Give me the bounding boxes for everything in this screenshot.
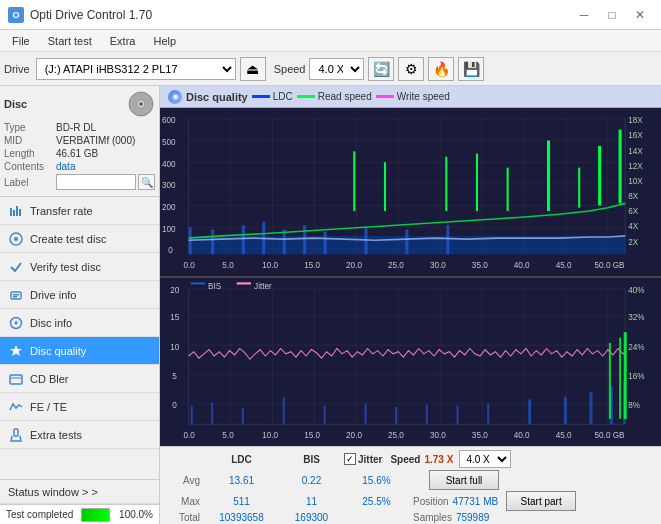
status-window-button[interactable]: Status window > > <box>0 480 159 504</box>
menu-file[interactable]: File <box>4 33 38 49</box>
svg-text:10: 10 <box>170 341 179 351</box>
menu-start-test[interactable]: Start test <box>40 33 100 49</box>
svg-text:12X: 12X <box>628 160 643 170</box>
max-bis: 11 <box>279 496 344 507</box>
settings-button[interactable]: ⚙ <box>398 57 424 81</box>
eject-button[interactable]: ⏏ <box>240 57 266 81</box>
legend-write-speed: Write speed <box>376 91 450 102</box>
speed-dropdown[interactable]: 4.0 X <box>309 58 364 80</box>
svg-rect-115 <box>457 406 459 424</box>
jitter-checkbox[interactable]: ✓ <box>344 453 356 465</box>
nav-disc-info-label: Disc info <box>30 317 72 329</box>
close-button[interactable]: ✕ <box>627 5 653 25</box>
svg-text:8X: 8X <box>628 191 638 201</box>
upper-chart-svg: 600 500 400 300 200 100 0 18X 16X 14X 12… <box>160 108 661 276</box>
svg-rect-10 <box>13 294 19 296</box>
contents-label: Contents <box>4 161 56 172</box>
svg-text:400: 400 <box>162 158 176 168</box>
speed-label: Speed <box>274 63 306 75</box>
save-button[interactable]: 💾 <box>458 57 484 81</box>
menu-extra[interactable]: Extra <box>102 33 144 49</box>
nav-transfer-rate[interactable]: Transfer rate <box>0 197 159 225</box>
svg-rect-6 <box>19 209 21 216</box>
nav-transfer-rate-label: Transfer rate <box>30 205 93 217</box>
bis-header: BIS <box>279 454 344 465</box>
svg-text:10X: 10X <box>628 176 643 186</box>
legend-write-speed-label: Write speed <box>397 91 450 102</box>
chart-panel: ◉ Disc quality LDC Read speed Write spee… <box>160 86 661 524</box>
label-input[interactable] <box>56 174 136 190</box>
maximize-button[interactable]: □ <box>599 5 625 25</box>
nav-disc-info[interactable]: i Disc info <box>0 309 159 337</box>
speed-stat-dropdown[interactable]: 4.0 X <box>459 450 511 468</box>
svg-text:35.0: 35.0 <box>472 260 488 270</box>
svg-text:4X: 4X <box>628 221 638 231</box>
cd-bler-icon <box>8 371 24 387</box>
disc-type-value: BD-R DL <box>56 122 96 133</box>
nav-disc-quality[interactable]: Disc quality <box>0 337 159 365</box>
nav-extra-tests[interactable]: Extra tests <box>0 421 159 449</box>
svg-point-8 <box>14 237 18 241</box>
svg-text:5: 5 <box>172 371 177 381</box>
svg-rect-103 <box>191 282 205 284</box>
mid-label: MID <box>4 135 56 146</box>
speed-stat-value: 1.73 X <box>424 454 453 465</box>
title-controls: ─ □ ✕ <box>571 5 653 25</box>
avg-jitter: 15.6% <box>344 475 409 486</box>
svg-text:25.0: 25.0 <box>388 430 404 440</box>
burn-button[interactable]: 🔥 <box>428 57 454 81</box>
write-speed-color <box>376 95 394 98</box>
menu-help[interactable]: Help <box>145 33 184 49</box>
svg-text:45.0: 45.0 <box>556 260 572 270</box>
avg-label: Avg <box>166 475 204 486</box>
jitter-header: Jitter <box>358 454 382 465</box>
svg-text:20.0: 20.0 <box>346 430 362 440</box>
menu-bar: File Start test Extra Help <box>0 30 661 52</box>
nav-drive-info[interactable]: Drive info <box>0 281 159 309</box>
drive-label: Drive <box>4 63 30 75</box>
nav-drive-info-label: Drive info <box>30 289 76 301</box>
svg-rect-48 <box>446 225 449 254</box>
svg-text:i: i <box>15 316 16 322</box>
nav-verify-test-disc[interactable]: Verify test disc <box>0 253 159 281</box>
status-bar: Test completed 100.0% <box>0 504 159 524</box>
svg-text:20.0: 20.0 <box>346 260 362 270</box>
svg-text:14X: 14X <box>628 145 643 155</box>
svg-rect-40 <box>211 229 214 254</box>
minimize-button[interactable]: ─ <box>571 5 597 25</box>
disc-length-value: 46.61 GB <box>56 148 98 159</box>
nav-verify-test-disc-label: Verify test disc <box>30 261 101 273</box>
title-bar: O Opti Drive Control 1.70 ─ □ ✕ <box>0 0 661 30</box>
drive-dropdown[interactable]: (J:) ATAPI iHBS312 2 PL17 <box>36 58 236 80</box>
svg-rect-45 <box>324 232 327 255</box>
start-full-button[interactable]: Start full <box>429 470 499 490</box>
type-label: Type <box>4 122 56 133</box>
svg-rect-109 <box>242 408 244 424</box>
progress-bar <box>81 508 110 522</box>
ldc-header: LDC <box>204 454 279 465</box>
svg-rect-119 <box>589 392 592 425</box>
refresh-button[interactable]: 🔄 <box>368 57 394 81</box>
nav-fe-te[interactable]: FE / TE <box>0 393 159 421</box>
svg-rect-113 <box>395 407 397 424</box>
svg-text:15.0: 15.0 <box>304 430 320 440</box>
nav-cd-bler[interactable]: CD Bler <box>0 365 159 393</box>
svg-text:35.0: 35.0 <box>472 430 488 440</box>
svg-text:200: 200 <box>162 202 176 212</box>
nav-create-test-disc[interactable]: Create test disc <box>0 225 159 253</box>
app-icon: O <box>8 7 24 23</box>
svg-rect-16 <box>10 375 22 384</box>
svg-text:BIS: BIS <box>208 281 222 291</box>
create-test-disc-icon <box>8 231 24 247</box>
svg-text:5.0: 5.0 <box>222 430 234 440</box>
start-part-button[interactable]: Start part <box>506 491 576 511</box>
total-label: Total <box>166 512 204 523</box>
svg-rect-41 <box>242 225 245 254</box>
label-browse-button[interactable]: 🔍 <box>138 174 155 190</box>
sidebar: Disc Type BD-R DL MID VERBATIMf (000) L <box>0 86 160 524</box>
svg-text:100: 100 <box>162 223 176 233</box>
svg-rect-118 <box>564 397 567 424</box>
svg-rect-44 <box>303 225 306 254</box>
svg-text:30.0: 30.0 <box>430 430 446 440</box>
svg-text:0.0: 0.0 <box>184 260 196 270</box>
